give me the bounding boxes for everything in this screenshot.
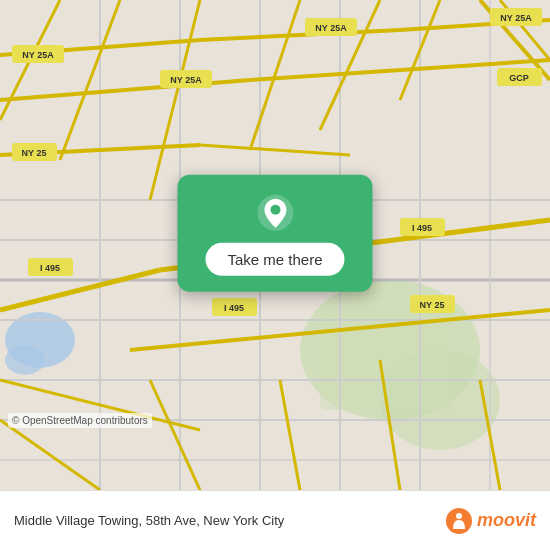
svg-text:NY 25A: NY 25A — [170, 75, 202, 85]
svg-text:I 495: I 495 — [40, 263, 60, 273]
moovit-brand-icon — [445, 507, 473, 535]
svg-text:NY 25A: NY 25A — [500, 13, 532, 23]
take-me-there-button[interactable]: Take me there — [205, 243, 344, 276]
svg-text:I 495: I 495 — [224, 303, 244, 313]
svg-point-5 — [5, 345, 45, 375]
take-me-there-card: Take me there — [177, 175, 372, 292]
svg-point-66 — [456, 513, 462, 519]
location-pin-icon — [255, 193, 295, 233]
svg-text:NY 25: NY 25 — [420, 300, 445, 310]
copyright-text: © OpenStreetMap contributors — [8, 413, 152, 428]
moovit-logo: moovit — [445, 507, 536, 535]
svg-text:GCP: GCP — [509, 73, 529, 83]
map-container: NY 25A NY 25A NY 25A NY 25A NY 25 NY 25 … — [0, 0, 550, 490]
svg-text:NY 25A: NY 25A — [315, 23, 347, 33]
location-label: Middle Village Towing, 58th Ave, New Yor… — [14, 513, 445, 528]
bottom-bar: Middle Village Towing, 58th Ave, New Yor… — [0, 490, 550, 550]
moovit-brand-text: moovit — [477, 510, 536, 531]
svg-point-64 — [270, 205, 280, 215]
svg-text:I 495: I 495 — [412, 223, 432, 233]
svg-text:NY 25A: NY 25A — [22, 50, 54, 60]
svg-text:NY 25: NY 25 — [22, 148, 47, 158]
